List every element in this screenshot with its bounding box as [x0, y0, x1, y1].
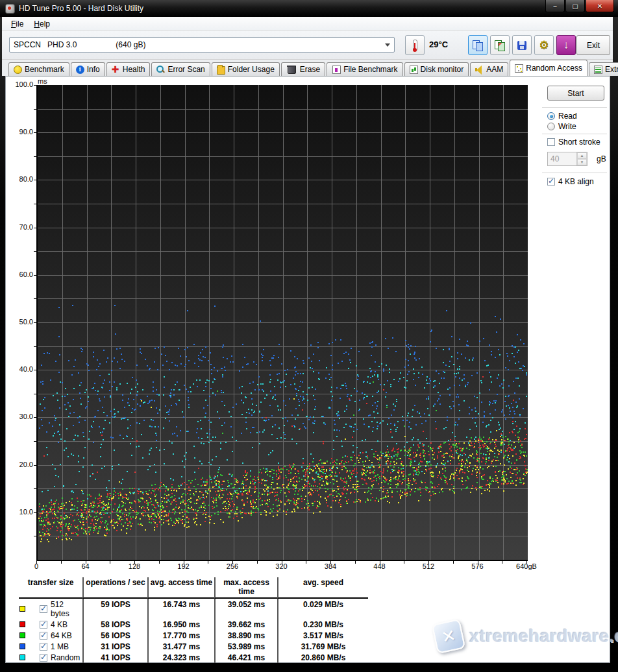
series-checkbox[interactable]	[40, 632, 47, 640]
table-row: 1 MB	[40, 641, 82, 652]
write-radio-row[interactable]: Write	[547, 122, 576, 131]
trash-icon	[288, 66, 296, 74]
menu-file[interactable]: File	[6, 18, 29, 30]
scatter-icon	[515, 64, 523, 73]
y-tick-mark	[34, 180, 36, 180]
xtremehardware-logo-icon: ✕	[432, 619, 466, 654]
series-color	[19, 652, 40, 663]
x-tick-mark	[453, 561, 454, 564]
menu-help[interactable]: Help	[29, 18, 55, 30]
temperature-button[interactable]	[405, 35, 425, 55]
drive-select[interactable]: SPCCN PHD 3.0 (640 gB)	[9, 37, 395, 53]
short-stroke-checkbox[interactable]	[547, 138, 555, 146]
y-tick-mark	[34, 394, 36, 394]
y-tick-mark	[34, 441, 36, 442]
y-axis-label: 50.0	[8, 318, 33, 326]
maximize-button[interactable]: ▢	[565, 0, 585, 12]
spin-up-icon[interactable]: ▲	[577, 152, 587, 159]
tab-health[interactable]: ✚ Health	[106, 62, 151, 76]
copy-icon	[473, 40, 483, 51]
copy-screenshot-button[interactable]	[490, 35, 510, 55]
toolbar: SPCCN PHD 3.0 (640 gB) 29°C ⚙ ↓ Exit	[2, 31, 613, 60]
x-tick-mark	[404, 561, 404, 564]
y-tick-mark	[34, 512, 36, 513]
y-axis-label: 30.0	[8, 413, 33, 420]
spin-down-icon[interactable]: ▼	[577, 159, 587, 165]
align-row[interactable]: 4 KB align	[547, 177, 594, 186]
y-tick-mark	[34, 322, 36, 323]
y-axis-label: 80.0	[8, 175, 33, 183]
col-transfer-size: transfer size	[19, 577, 82, 599]
table-row: Random	[40, 652, 82, 663]
col-avg-access: avg. access time	[147, 577, 214, 599]
start-button[interactable]: Start	[547, 86, 604, 101]
x-tick-mark	[478, 561, 478, 564]
y-tick-mark	[34, 85, 36, 86]
series-checkbox[interactable]	[40, 643, 47, 651]
x-tick-mark	[526, 561, 527, 564]
save-icon	[517, 41, 526, 50]
write-radio[interactable]	[547, 123, 555, 130]
window-title: HD Tune Pro 5.00 - Hard Disk Utility	[19, 4, 143, 13]
save-button[interactable]	[512, 35, 532, 55]
short-stroke-value[interactable]	[548, 152, 576, 165]
info-icon: i	[76, 66, 84, 74]
tab-folder-usage[interactable]: Folder Usage	[212, 62, 280, 76]
series-checkbox[interactable]	[40, 621, 47, 629]
app-icon	[5, 4, 15, 14]
y-tick-mark	[34, 251, 36, 252]
read-radio-row[interactable]: Read	[547, 112, 577, 121]
x-tick-mark	[36, 561, 37, 564]
access-time-canvas	[36, 85, 528, 561]
align-checkbox[interactable]	[547, 178, 555, 186]
tab-erase[interactable]: Erase	[281, 62, 325, 76]
read-radio[interactable]	[547, 112, 555, 120]
y-tick-mark	[34, 346, 36, 347]
x-tick-mark	[330, 561, 331, 564]
thermometer-icon	[413, 40, 417, 51]
menu-bar: File Help	[2, 17, 613, 31]
watermark: ✕ xtremehardware.com	[434, 621, 618, 651]
options-button[interactable]: ⚙	[534, 35, 554, 55]
x-tick-mark	[208, 561, 208, 564]
tab-random-access[interactable]: Random Access	[510, 60, 587, 76]
y-axis-label: 60.0	[8, 270, 33, 278]
access-time-chart: ms 100.090.080.070.060.050.040.030.020.0…	[6, 77, 611, 664]
tab-aam[interactable]: AAM	[470, 62, 508, 76]
tab-benchmark[interactable]: Benchmark	[8, 62, 69, 76]
copy-button[interactable]	[468, 35, 488, 55]
series-checkbox[interactable]	[40, 605, 47, 613]
col-max-access: max. access time	[214, 577, 277, 599]
tab-file-benchmark[interactable]: File Benchmark	[327, 62, 402, 76]
exit-button[interactable]: Exit	[576, 35, 610, 55]
x-tick-mark	[159, 561, 160, 564]
tab-disk-monitor[interactable]: Disk monitor	[404, 62, 469, 76]
minimize-button[interactable]: –	[545, 0, 565, 12]
short-stroke-row[interactable]: Short stroke	[547, 138, 600, 147]
title-bar[interactable]: HD Tune Pro 5.00 - Hard Disk Utility – ▢…	[0, 0, 618, 17]
short-stroke-spinner[interactable]: ▲ ▼	[547, 152, 587, 166]
temperature-value: 29°C	[429, 40, 448, 49]
x-tick-mark	[502, 561, 502, 564]
series-checkbox[interactable]	[40, 654, 47, 662]
update-button[interactable]: ↓	[556, 35, 576, 55]
speaker-icon	[475, 66, 484, 74]
tab-info[interactable]: i Info	[71, 62, 105, 76]
close-button[interactable]: ✕	[586, 0, 614, 12]
y-tick-mark	[34, 536, 36, 536]
table-row: 4 KB	[40, 619, 82, 630]
gear-icon: ⚙	[539, 40, 549, 51]
table-row: 64 KB	[40, 630, 82, 641]
x-tick-mark	[257, 561, 258, 564]
series-color	[19, 641, 40, 652]
y-tick-mark	[34, 417, 36, 418]
random-access-panel: ms 100.090.080.070.060.050.040.030.020.0…	[5, 76, 610, 663]
separator	[542, 173, 607, 173]
drive-capacity: (640 gB)	[116, 40, 145, 49]
tab-extra-tests[interactable]: Extra tests	[589, 62, 618, 76]
y-axis-unit: ms	[38, 77, 47, 85]
extra-tests-icon	[594, 66, 602, 74]
col-operations: operations / sec	[82, 577, 147, 599]
separator	[542, 107, 607, 108]
tab-error-scan[interactable]: Error Scan	[151, 62, 210, 76]
